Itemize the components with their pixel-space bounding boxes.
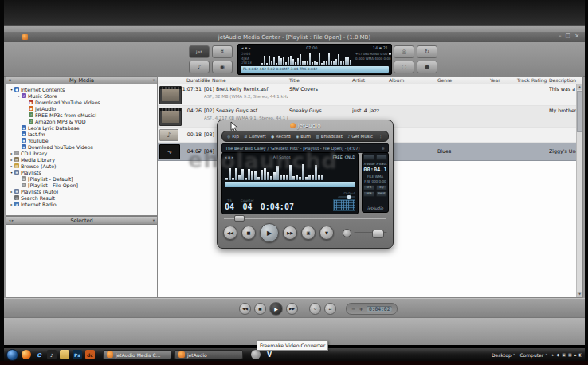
volume-down-button[interactable]: − [351, 306, 355, 312]
deck-logo-button[interactable]: jet [189, 45, 210, 58]
ie-icon[interactable]: e [34, 350, 44, 359]
computer-toolbar[interactable]: Computer » [519, 352, 547, 358]
taskbar-button-jetaudio-media-c-[interactable]: jetAudio Media C... [103, 350, 171, 359]
sidebar-item-media-library[interactable]: ▸▤Media Library [6, 156, 157, 163]
deck-audio-button[interactable]: ♪ [189, 61, 210, 73]
output-slider[interactable] [338, 196, 355, 198]
restore-button[interactable]: □ [566, 33, 571, 39]
sidebar-item-playlist-default[interactable]: ≣[Playlist - Default] [6, 175, 157, 182]
side-button[interactable] [376, 155, 387, 160]
sidebar-item-playlists[interactable]: ▾≡Playlists [6, 169, 157, 175]
sidebar-item-amazon-mp3-vod[interactable]: ♪Amazon MP3 & VOD [6, 118, 157, 124]
volume-knob[interactable] [372, 230, 384, 238]
sfx-button[interactable]: SFX [363, 185, 374, 190]
sidebar-item-download-youtube-videos[interactable]: ◉Download YouTube Videos [6, 143, 157, 150]
window-titlebar[interactable]: jetAudio Media Center - [Playlist : File… [4, 32, 585, 42]
shuffle-button[interactable]: SHUF [376, 191, 387, 197]
sidebar-item-leo-s-lyric-database[interactable]: ◉Leo's Lyric Database [6, 124, 157, 131]
folder-icon[interactable] [60, 350, 69, 359]
panel-header-left-icon[interactable]: ▪ [9, 78, 11, 82]
volume-up-button[interactable]: + [359, 306, 363, 312]
photoshop-icon[interactable]: Ps [73, 350, 82, 359]
minimize-button[interactable]: – [559, 33, 562, 39]
sidebar-item-playlist-file-open[interactable]: ≣[Playlist - File Open] [6, 182, 157, 188]
selected-header[interactable]: ◂ ▸ Selected ▾ [6, 216, 158, 225]
chevron-down-icon[interactable]: ▾ [153, 78, 155, 82]
sidebar-item-jetaudio[interactable]: ◆jetAudio [6, 105, 157, 112]
song-bar-control-icon[interactable]: ≑ [382, 146, 385, 151]
sidebar-item-browse-auto[interactable]: ▸▧Browse (Auto) [6, 163, 157, 169]
stop-button[interactable]: ■ [241, 226, 256, 240]
open-file-button[interactable]: ▣ [301, 226, 316, 240]
column-header-genre[interactable]: Genre [437, 77, 452, 83]
table-row[interactable]: 1:07:31[01] Brett Kelly Remix.asfASF, 32… [158, 84, 582, 106]
get-music-button[interactable]: ♪Get Music [347, 134, 372, 139]
play-button[interactable]: ▶ [260, 223, 279, 242]
network-icon[interactable]: ▦ [568, 352, 572, 357]
volume-groove[interactable] [354, 232, 387, 234]
v-app-icon[interactable]: V [265, 350, 274, 359]
convert-button[interactable]: ⇄Convert [245, 134, 266, 139]
column-header-track[interactable]: Track [517, 77, 530, 83]
next-button[interactable]: ▶▶ [283, 226, 297, 240]
clock-app-icon[interactable] [251, 350, 261, 359]
desktop-toolbar[interactable]: Desktop » [492, 352, 515, 358]
sidebar-item-internet-contents[interactable]: ▾●Internet Contents [6, 86, 157, 92]
sidebar-item-music-store[interactable]: ▾♪Music Store [6, 92, 157, 99]
repeat-button[interactable]: REP [363, 191, 374, 197]
repeat-button[interactable]: ↻ [309, 303, 321, 315]
column-header-artist[interactable]: Artist [352, 77, 365, 83]
deck-search-button[interactable]: ◌ [394, 61, 414, 73]
eject-button[interactable]: ▼ [319, 226, 334, 240]
sidebar-item-free-mp3s-from-emusic[interactable]: ♪FREE MP3s from eMusic! [6, 112, 157, 118]
sidebar-item-download-youtube-videos[interactable]: ▶Download YouTube Videos [6, 99, 157, 105]
toolbar-more-icon[interactable]: ⋮ [378, 134, 383, 139]
record-button[interactable]: ●Record [271, 134, 290, 139]
sidebar-item-last-fm[interactable]: ◉last.fm [6, 131, 157, 137]
sidebar-item-cd-library[interactable]: ▸◌CD Library [6, 150, 157, 156]
deck-open-button[interactable]: ◎ [394, 45, 414, 58]
broadcast-button[interactable]: ▥Broadcast [316, 134, 343, 139]
firefox-icon[interactable] [22, 350, 31, 359]
tree-expander-icon[interactable]: ▾ [9, 171, 14, 175]
tree-expander-icon[interactable]: ▾ [16, 94, 22, 98]
burn-button[interactable]: ◉Burn [296, 134, 311, 139]
taskbar-button-jetaudio[interactable]: jetAudio [174, 350, 243, 359]
scroll-down-icon[interactable]: ▼ [577, 292, 582, 297]
volume-slider[interactable] [343, 229, 387, 237]
sidebar-item-internet-radio[interactable]: ▸◈Internet Radio [6, 201, 157, 207]
column-header-year[interactable]: Year [490, 77, 500, 83]
eq-button[interactable]: EQ [376, 185, 387, 190]
column-header-title[interactable]: Title [289, 77, 300, 83]
tree-expander-icon[interactable]: ▸ [9, 190, 14, 194]
sidebar-item-search-result[interactable]: ◎Search Result [6, 194, 157, 201]
security-icon[interactable]: ▣ [562, 352, 566, 357]
orange-app-icon[interactable]: dc [85, 350, 95, 359]
tray-expand-icon[interactable]: ▸ [552, 352, 555, 357]
close-button[interactable]: × [574, 33, 579, 39]
my-media-header[interactable]: ▪ My Media ▾ [6, 76, 158, 84]
scroll-up-icon[interactable]: ▲ [577, 84, 582, 90]
sidebar-item-youtube[interactable]: ◉YouTube [6, 137, 157, 143]
shuffle-button[interactable]: ⇄ [324, 303, 336, 315]
xwide-label[interactable]: X-Wide X-Bass [364, 162, 387, 166]
prev-button[interactable]: ◀◀ [223, 226, 237, 240]
flag-icon[interactable]: ◆ [556, 352, 559, 357]
stop-button[interactable]: ■ [254, 303, 266, 315]
deck-refresh-button[interactable]: ↻ [417, 45, 437, 58]
mute-button[interactable] [343, 229, 351, 237]
tree-expander-icon[interactable]: ▸ [9, 151, 14, 155]
next-button[interactable]: ▶▶ [286, 303, 298, 315]
seek-slider[interactable] [224, 215, 386, 221]
play-button[interactable]: ▶ [269, 302, 283, 316]
prev-button[interactable]: ◀◀ [239, 303, 251, 315]
tree-expander-icon[interactable]: ▸ [9, 164, 14, 168]
deck-power-button[interactable]: ● [417, 61, 437, 73]
seek-knob[interactable] [234, 215, 245, 222]
volume-icon[interactable]: ◧ [578, 352, 582, 357]
update-icon[interactable]: ▴ [574, 352, 577, 357]
sidebar-item-playlists-auto[interactable]: ▸≡Playlists (Auto) [6, 188, 157, 194]
deck-effects-button[interactable]: ↯ [212, 45, 233, 58]
column-header-file-name[interactable]: File Name [202, 77, 226, 83]
tree-expander-icon[interactable]: ▸ [9, 202, 14, 206]
